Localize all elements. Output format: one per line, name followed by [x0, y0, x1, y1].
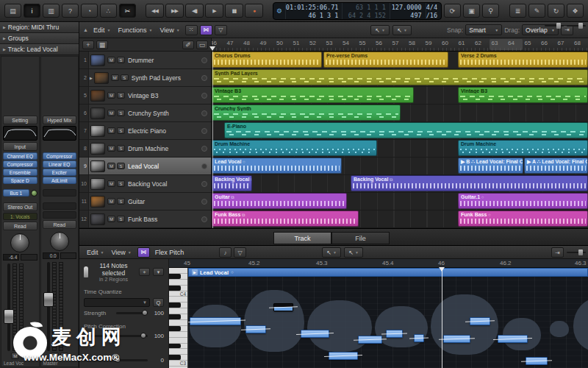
- white-key[interactable]: [169, 308, 187, 314]
- black-key[interactable]: [169, 302, 187, 308]
- black-key[interactable]: [169, 344, 187, 350]
- strength-slider[interactable]: [116, 312, 148, 314]
- volume-value[interactable]: -6.4: [3, 254, 19, 261]
- lcd-locators[interactable]: 63 1 1 1 64 2 4 152: [342, 3, 389, 19]
- play-button[interactable]: ▶: [205, 4, 223, 18]
- disclosure-triangle-icon[interactable]: ▶: [90, 76, 93, 80]
- plugin-slot[interactable]: Space D: [3, 177, 37, 184]
- plugin-slot[interactable]: Ensemble: [3, 169, 37, 176]
- white-key[interactable]: [169, 332, 187, 338]
- white-key[interactable]: [169, 338, 187, 344]
- duplicate-track-button[interactable]: ▦: [96, 40, 108, 49]
- up-arrow-icon[interactable]: ▲: [83, 27, 88, 32]
- plugin-slot[interactable]: Linear EQ: [43, 160, 77, 168]
- black-key[interactable]: [169, 326, 187, 332]
- horizontal-zoom-slider[interactable]: [567, 25, 586, 26]
- browsers-icon[interactable]: ❖: [567, 4, 584, 18]
- snap-menu[interactable]: Smart▼: [465, 24, 502, 35]
- region[interactable]: Drum Machine: [212, 140, 377, 156]
- mute-button[interactable]: M: [111, 74, 119, 81]
- quantize-apply-button[interactable]: Q: [153, 298, 164, 307]
- stop-button[interactable]: ◀▮: [185, 4, 204, 18]
- mute-button[interactable]: M: [107, 110, 115, 116]
- volume-value[interactable]: 0.0: [43, 252, 59, 259]
- white-key[interactable]: [169, 268, 187, 274]
- mute-button[interactable]: M: [107, 127, 115, 134]
- volume-fader[interactable]: [7, 263, 10, 351]
- forward-button[interactable]: ▶▶: [165, 4, 184, 18]
- region[interactable]: Drum Machine: [458, 140, 588, 156]
- menu-view[interactable]: View▼: [156, 25, 183, 35]
- lcd-tempo[interactable]: 127.0000 497: [390, 3, 426, 19]
- more-options-button[interactable]: ▾: [153, 268, 164, 276]
- solo-button[interactable]: S: [117, 216, 125, 222]
- channel-setting-button[interactable]: Hyped Mix: [43, 116, 77, 124]
- region[interactable]: Verse 2 Drums: [458, 52, 588, 68]
- autopunch-icon[interactable]: ▣: [463, 4, 480, 18]
- send-slot[interactable]: Bus 1: [3, 189, 29, 197]
- library-icon[interactable]: ▤: [4, 4, 21, 18]
- track-header-drummer[interactable]: 1MSDrummer: [79, 52, 211, 69]
- output-slot[interactable]: Stereo Out: [3, 202, 37, 211]
- editor-beat-ruler[interactable]: 4545.245.345.44646.246.3: [169, 259, 588, 268]
- pitch-note[interactable]: [273, 303, 293, 311]
- region-inspector-header[interactable]: ▶ Region: MIDI Thru: [0, 22, 79, 33]
- track-header-guitar[interactable]: 11MSGuitar: [79, 193, 211, 210]
- apple-loops-icon[interactable]: ↻: [548, 4, 564, 18]
- tuner-icon[interactable]: ⚲: [482, 4, 499, 18]
- filter-icon[interactable]: ▽: [215, 25, 227, 35]
- left-click-tool-menu[interactable]: ↖▼: [322, 247, 341, 258]
- region[interactable]: Guitar.1 ○: [458, 193, 588, 209]
- white-key[interactable]: [169, 280, 187, 286]
- region[interactable]: Backing Vocal ⧉: [351, 175, 588, 191]
- region[interactable]: Funk Bass ⧉: [212, 210, 359, 227]
- track-header-crunchy-synth[interactable]: 6MSCrunchy Synth: [79, 105, 211, 122]
- group-slot[interactable]: 1: Vocals: [3, 213, 37, 220]
- input-monitor-button[interactable]: [201, 163, 207, 169]
- region[interactable]: Lead Vocal ○: [212, 158, 342, 174]
- black-key[interactable]: [169, 314, 187, 320]
- plugin-slot[interactable]: Compressor: [3, 160, 37, 168]
- track-header-electric-piano[interactable]: 7MSElectric Piano: [79, 122, 211, 140]
- region[interactable]: ▶ B ∴ Lead Vocal: Final Co: [458, 158, 523, 174]
- white-key[interactable]: [169, 349, 187, 355]
- empty-group-slot[interactable]: [43, 211, 77, 219]
- cycle-icon[interactable]: ⟳: [444, 4, 461, 18]
- pitch-note[interactable]: [190, 317, 241, 325]
- solo-button[interactable]: S: [117, 163, 125, 169]
- scale-quantize-button[interactable]: ⌖: [139, 268, 150, 276]
- white-key[interactable]: C4: [169, 291, 187, 297]
- record-button[interactable]: ●: [245, 4, 263, 18]
- empty-send-slot[interactable]: [43, 189, 77, 197]
- pitch-note[interactable]: [498, 335, 528, 343]
- automation-mode-button[interactable]: Read: [43, 220, 77, 229]
- pitch-note[interactable]: [386, 330, 403, 338]
- input-monitor-button[interactable]: [201, 216, 207, 222]
- flex-icon[interactable]: ⋈: [137, 247, 150, 258]
- region[interactable]: E-Piano: [224, 122, 588, 138]
- region[interactable]: ▶ A ∴ Lead Vocal: Final C: [524, 158, 588, 174]
- eq-thumbnail[interactable]: [3, 126, 37, 141]
- mute-button[interactable]: M: [107, 216, 115, 222]
- pitch-note[interactable]: [358, 336, 382, 344]
- mute-button[interactable]: M: [107, 92, 115, 99]
- region[interactable]: Funk Bass ○: [458, 210, 588, 227]
- solo-button[interactable]: S: [117, 110, 125, 116]
- pitch-note[interactable]: [301, 330, 329, 338]
- solo-button[interactable]: S: [117, 180, 125, 187]
- time-quantize-menu[interactable]: ▼: [84, 298, 150, 307]
- region[interactable]: Pre-verse Drums: [323, 52, 448, 68]
- editor-region-header[interactable]: ▶ Lead Vocal ○: [188, 268, 588, 277]
- mute-button[interactable]: M: [107, 198, 115, 205]
- toolbar-icon[interactable]: ◔: [81, 4, 98, 18]
- input-monitor-button[interactable]: [201, 128, 207, 134]
- pitch-note[interactable]: [414, 334, 424, 342]
- white-key[interactable]: [169, 297, 187, 302]
- region[interactable]: Synth Pad Layers: [212, 69, 588, 85]
- region[interactable]: Vintage B3: [212, 87, 414, 103]
- track-header-synth-pad-layers[interactable]: 2▶MSSynth Pad Layers: [79, 69, 211, 87]
- black-key[interactable]: [169, 286, 187, 291]
- flex-pitch-editor[interactable]: [188, 277, 588, 368]
- vertical-zoom-slider[interactable]: [545, 25, 564, 26]
- track-header-lead-vocal[interactable]: 9MSLead Vocal: [79, 158, 211, 175]
